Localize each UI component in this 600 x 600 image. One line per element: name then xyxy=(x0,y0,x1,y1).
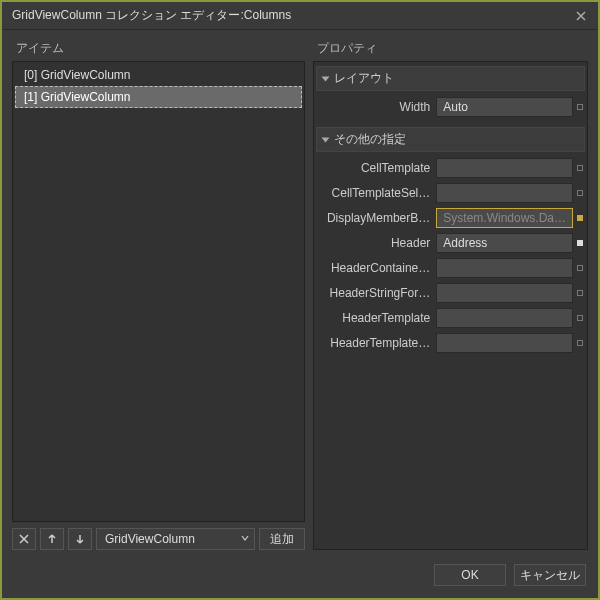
prop-marker[interactable] xyxy=(575,265,585,271)
prop-header: Header Address xyxy=(316,231,585,255)
prop-label: CellTemplateSel… xyxy=(316,186,436,200)
chevron-down-icon xyxy=(240,532,250,546)
remove-item-button[interactable] xyxy=(12,528,36,550)
prop-value[interactable] xyxy=(436,333,573,353)
window-title: GridViewColumn コレクション エディター:Columns xyxy=(12,7,572,24)
prop-label: DisplayMemberB… xyxy=(316,211,436,225)
properties-label: プロパティ xyxy=(317,40,588,57)
move-down-button[interactable] xyxy=(68,528,92,550)
move-up-button[interactable] xyxy=(40,528,64,550)
prop-label: HeaderContaine… xyxy=(316,261,436,275)
prop-marker[interactable] xyxy=(575,104,585,110)
prop-marker[interactable] xyxy=(575,340,585,346)
prop-headertemplate: HeaderTemplate xyxy=(316,306,585,330)
arrow-up-icon xyxy=(47,534,57,544)
prop-marker[interactable] xyxy=(575,240,585,246)
prop-value[interactable] xyxy=(436,158,573,178)
prop-value[interactable]: System.Windows.Da… xyxy=(436,208,573,228)
titlebar: GridViewColumn コレクション エディター:Columns xyxy=(2,2,598,30)
prop-label: HeaderTemplate… xyxy=(316,336,436,350)
prop-celltemplate: CellTemplate xyxy=(316,156,585,180)
items-label: アイテム xyxy=(16,40,305,57)
prop-marker[interactable] xyxy=(575,215,585,221)
prop-value[interactable] xyxy=(436,308,573,328)
prop-marker[interactable] xyxy=(575,315,585,321)
prop-value[interactable]: Address xyxy=(436,233,573,253)
prop-width: Width Auto xyxy=(316,95,585,119)
prop-headerstringformat: HeaderStringFor… xyxy=(316,281,585,305)
content-area: アイテム [0] GridViewColumn [1] GridViewColu… xyxy=(2,30,598,554)
property-grid: レイアウト Width Auto その他の指定 CellTemplate xyxy=(313,61,588,550)
group-other-header[interactable]: その他の指定 xyxy=(316,127,585,152)
dropdown-value: GridViewColumn xyxy=(105,532,195,546)
cancel-button[interactable]: キャンセル xyxy=(514,564,586,586)
prop-value[interactable] xyxy=(436,183,573,203)
list-item[interactable]: [0] GridViewColumn xyxy=(15,64,302,86)
ok-button[interactable]: OK xyxy=(434,564,506,586)
arrow-down-icon xyxy=(75,534,85,544)
expand-icon xyxy=(322,137,330,142)
close-icon xyxy=(576,11,586,21)
prop-marker[interactable] xyxy=(575,190,585,196)
item-tools: GridViewColumn 追加 xyxy=(12,528,305,550)
prop-label: CellTemplate xyxy=(316,161,436,175)
prop-value[interactable] xyxy=(436,283,573,303)
prop-label: HeaderTemplate xyxy=(316,311,436,325)
prop-marker[interactable] xyxy=(575,165,585,171)
group-title: レイアウト xyxy=(334,70,394,87)
prop-headertemplateselector: HeaderTemplate… xyxy=(316,331,585,355)
prop-displaymemberbinding: DisplayMemberB… System.Windows.Da… xyxy=(316,206,585,230)
prop-value[interactable] xyxy=(436,258,573,278)
close-button[interactable] xyxy=(572,7,590,25)
x-icon xyxy=(19,534,29,544)
prop-label: HeaderStringFor… xyxy=(316,286,436,300)
prop-value[interactable]: Auto xyxy=(436,97,573,117)
group-title: その他の指定 xyxy=(334,131,406,148)
properties-pane: プロパティ レイアウト Width Auto その他の指定 CellTempla… xyxy=(313,40,588,550)
prop-marker[interactable] xyxy=(575,290,585,296)
collection-editor-window: GridViewColumn コレクション エディター:Columns アイテム… xyxy=(2,2,598,598)
prop-headercontainerstyle: HeaderContaine… xyxy=(316,256,585,280)
group-layout-header[interactable]: レイアウト xyxy=(316,66,585,91)
add-item-button[interactable]: 追加 xyxy=(259,528,305,550)
prop-label: Header xyxy=(316,236,436,250)
list-item[interactable]: [1] GridViewColumn xyxy=(15,86,302,108)
items-pane: アイテム [0] GridViewColumn [1] GridViewColu… xyxy=(12,40,305,550)
item-type-dropdown[interactable]: GridViewColumn xyxy=(96,528,255,550)
items-listbox[interactable]: [0] GridViewColumn [1] GridViewColumn xyxy=(12,61,305,522)
prop-celltemplateselector: CellTemplateSel… xyxy=(316,181,585,205)
prop-label: Width xyxy=(316,100,436,114)
expand-icon xyxy=(322,76,330,81)
dialog-footer: OK キャンセル xyxy=(2,554,598,598)
